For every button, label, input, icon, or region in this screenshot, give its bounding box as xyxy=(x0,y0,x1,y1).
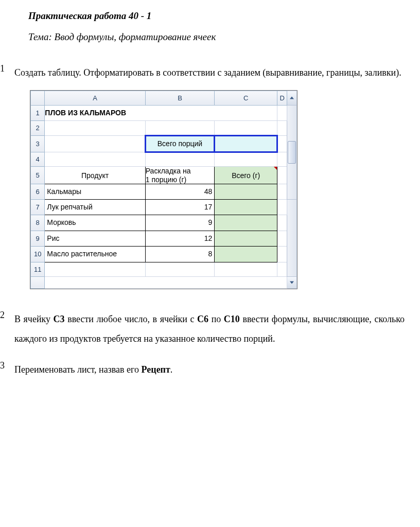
col-header-C[interactable]: C xyxy=(215,91,277,105)
cell-A11[interactable] xyxy=(45,262,145,276)
spreadsheet-grid: A B C D 1 ПЛОВ ИЗ КАЛЬМАРОВ 2 xyxy=(30,91,297,289)
task-item-3: 3 Переименовать лист, назвав его Рецепт. xyxy=(0,360,405,380)
text: Переименовать лист, назвав его xyxy=(14,364,142,375)
sheet-name: Рецепт xyxy=(142,364,170,375)
cell-B7[interactable]: 17 xyxy=(145,200,215,215)
cell-A10[interactable]: Масло растительное xyxy=(45,247,145,262)
cell-B11[interactable] xyxy=(145,262,215,276)
cell-C3[interactable] xyxy=(215,135,277,152)
cell-C8[interactable] xyxy=(215,215,277,231)
row-header-4[interactable]: 4 xyxy=(31,152,45,167)
col-header-A[interactable]: A xyxy=(45,91,145,105)
cell-D9[interactable] xyxy=(277,231,287,246)
cell-C2[interactable] xyxy=(215,121,277,135)
row-header-blank xyxy=(31,276,45,288)
cell-C5[interactable]: Всего (г) xyxy=(215,167,277,184)
scroll-up-button[interactable] xyxy=(287,91,297,105)
text: ввести любое число, в ячейки с xyxy=(65,314,198,324)
row-header-7[interactable]: 7 xyxy=(31,200,45,215)
cell-B5[interactable]: Раскладка на 1 порцию (г) xyxy=(145,167,215,184)
col-header-B[interactable]: B xyxy=(145,91,215,105)
cell-A8[interactable]: Морковь xyxy=(45,215,145,231)
row-header-8[interactable]: 8 xyxy=(31,215,45,231)
select-all-corner[interactable] xyxy=(31,91,45,105)
cell-C11[interactable] xyxy=(215,262,277,276)
cell-ref-C10: С10 xyxy=(224,314,240,324)
cell-D4[interactable] xyxy=(277,152,287,167)
row-header-3[interactable]: 3 xyxy=(31,135,45,152)
cell-D6[interactable] xyxy=(277,184,287,199)
cell-B5-line2: 1 порцию (г) xyxy=(146,175,187,184)
text: В ячейку xyxy=(14,314,54,324)
scroll-thumb[interactable] xyxy=(288,141,296,164)
cell-A7[interactable]: Лук репчатый xyxy=(45,200,145,215)
row-header-2[interactable]: 2 xyxy=(31,121,45,135)
row-header-6[interactable]: 6 xyxy=(31,184,45,199)
cell-B6[interactable]: 48 xyxy=(145,184,215,199)
cell-D10[interactable] xyxy=(277,247,287,262)
cell-A2[interactable] xyxy=(45,121,145,135)
cell-A6[interactable]: Кальмары xyxy=(45,184,145,199)
cell-A5[interactable]: Продукт xyxy=(45,167,145,184)
text: . xyxy=(170,364,173,375)
col-header-D[interactable]: D xyxy=(277,91,287,105)
cell-B9[interactable]: 12 xyxy=(145,231,215,246)
row-header-11[interactable]: 11 xyxy=(31,262,45,276)
scroll-down-button[interactable] xyxy=(287,276,297,288)
text: по xyxy=(208,314,224,324)
cell-blank-row xyxy=(45,276,287,288)
cell-D11[interactable] xyxy=(277,262,287,276)
row-header-1[interactable]: 1 xyxy=(31,106,45,121)
cell-C7[interactable] xyxy=(215,200,277,215)
cell-ref-C3: С3 xyxy=(54,314,65,324)
task-num: 2 xyxy=(0,310,14,349)
cell-ref-C6: С6 xyxy=(197,314,208,324)
cell-B10[interactable]: 8 xyxy=(145,247,215,262)
cell-B2[interactable] xyxy=(145,121,215,135)
task-item-2: 2 В ячейку С3 ввести любое число, в ячей… xyxy=(0,310,405,349)
spreadsheet-screenshot: A B C D 1 ПЛОВ ИЗ КАЛЬМАРОВ 2 xyxy=(30,90,297,289)
cell-D7[interactable] xyxy=(277,200,287,215)
task-body: В ячейку С3 ввести любое число, в ячейки… xyxy=(14,310,405,349)
task-body: Создать таблицу. Отформатировать в соотв… xyxy=(14,63,405,298)
cell-C4[interactable] xyxy=(215,152,277,167)
cell-A9[interactable]: Рис xyxy=(45,231,145,246)
task-item-1: 1 Создать таблицу. Отформатировать в соо… xyxy=(0,63,405,298)
doc-subtitle: Тема: Ввод формулы, форматирование ячеек xyxy=(28,31,405,43)
cell-C10[interactable] xyxy=(215,247,277,262)
cell-B3[interactable]: Всего порций xyxy=(145,135,215,152)
cell-C6[interactable] xyxy=(215,184,277,199)
cell-B8[interactable]: 9 xyxy=(145,215,215,231)
cell-D1[interactable] xyxy=(277,106,287,121)
task-text: Создать таблицу. Отформатировать в соотв… xyxy=(14,67,401,78)
cell-D2[interactable] xyxy=(277,121,287,135)
row-header-9[interactable]: 9 xyxy=(31,231,45,246)
doc-title: Практическая работа 40 - 1 xyxy=(28,10,405,22)
cell-B5-line1: Раскладка на xyxy=(146,167,191,175)
scroll-track[interactable] xyxy=(287,106,297,200)
row-header-5[interactable]: 5 xyxy=(31,167,45,184)
row-header-10[interactable]: 10 xyxy=(31,247,45,262)
task-num: 1 xyxy=(0,63,14,298)
cell-D3[interactable] xyxy=(277,135,287,152)
cell-A3[interactable] xyxy=(45,135,145,152)
task-body: Переименовать лист, назвав его Рецепт. xyxy=(14,360,405,380)
cell-D5[interactable] xyxy=(277,167,287,184)
scroll-track-lower[interactable] xyxy=(287,200,297,277)
task-num: 3 xyxy=(0,360,14,380)
cell-A4[interactable] xyxy=(45,152,145,167)
cell-D8[interactable] xyxy=(277,215,287,231)
cell-A1[interactable]: ПЛОВ ИЗ КАЛЬМАРОВ xyxy=(45,106,277,121)
cell-C9[interactable] xyxy=(215,231,277,246)
cell-B4[interactable] xyxy=(145,152,215,167)
